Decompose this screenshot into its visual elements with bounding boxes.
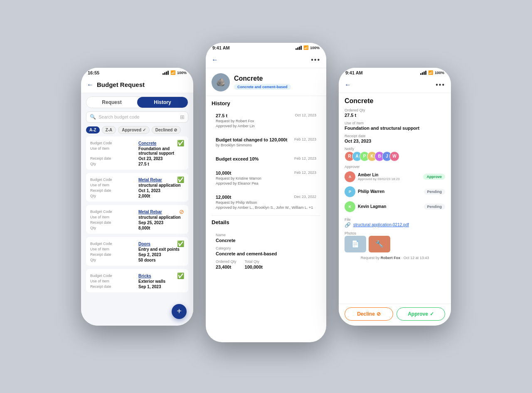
budget-item-rebar2: ⊘ Budget Code Metal Rebar Use of Item st… xyxy=(86,205,188,234)
tag-za[interactable]: Z-A xyxy=(102,126,116,134)
detail-name-val: Concrete xyxy=(216,238,316,243)
back-button-center[interactable]: ← xyxy=(212,56,218,64)
label-use-1: Use of Item xyxy=(90,146,136,156)
hist-sub2-1: Approved by Amber Lin xyxy=(216,124,316,128)
wifi-icon-c: 📶 xyxy=(303,45,308,50)
val-date-1: Oct 23, 2023 xyxy=(138,156,184,161)
tag-approved[interactable]: Approved ✓ xyxy=(118,126,149,134)
history-item-2: Budget total changed to 120,000t Feb 12,… xyxy=(212,134,320,151)
label-bc-1: Budget Code xyxy=(90,141,136,146)
hist-date-1: Oct 12, 2023 xyxy=(295,113,316,117)
action-bar: Decline ⊘ Approve ✓ xyxy=(339,304,451,326)
approver-row-3: K Kevin Lagman Pending xyxy=(345,199,445,214)
history-item-1: 27.5 t Oct 12, 2023 Request by Robert Fo… xyxy=(212,110,320,131)
label-bc-5: Budget Code xyxy=(90,274,136,278)
concrete-info: Concrete Concrete and cement-based xyxy=(234,75,291,90)
budget-item-bricks: ✅ Budget Code Bricks Use of Item Exterio… xyxy=(86,269,188,292)
detail-name-label: Name xyxy=(216,233,316,237)
tab-history[interactable]: History xyxy=(137,97,188,108)
right-title: Concrete xyxy=(345,97,445,105)
battery-icon: 100% xyxy=(177,71,187,75)
hist-amount-4: 10,000t xyxy=(216,171,231,175)
approve-button[interactable]: Approve ✓ xyxy=(397,307,445,321)
dots-menu-right[interactable]: ••• xyxy=(436,81,445,89)
approver-avatar-3: K xyxy=(345,201,355,212)
receipt-val-r: Oct 23, 2023 xyxy=(345,138,445,143)
signal-icon-c xyxy=(296,46,302,50)
tag-declined[interactable]: Declined ⊘ xyxy=(152,126,181,134)
label-date-4: Receipt date xyxy=(90,252,136,257)
decline-icon: ⊘ xyxy=(377,311,381,317)
history-item-3: Budget exceed 10% Feb 12, 2023 xyxy=(212,153,320,165)
details-card: Name Concrete Category Concrete and ceme… xyxy=(212,229,320,277)
val-date-3: Sep 25, 2023 xyxy=(138,220,184,225)
detail-cat-val: Concrete and cement-based xyxy=(216,251,316,256)
val-qty-4: 50 doors xyxy=(138,258,184,262)
approver-row-2: P Philip Warren Pending xyxy=(345,184,445,199)
history-item-5: 12,000t Dec 23, 2022 Request by Philip W… xyxy=(212,191,320,213)
history-item-4: 10,000t Feb 12, 2023 Request by Kristine… xyxy=(212,167,320,189)
page-title-left: Budget Request xyxy=(97,81,145,88)
approve-label: Approve xyxy=(408,311,428,317)
tag-az[interactable]: A-Z xyxy=(86,126,100,133)
file-name[interactable]: structural application-0212.pdf xyxy=(353,222,409,227)
status-icon-declined: ⊘ xyxy=(179,208,184,215)
status-icon-approved-2: ✅ xyxy=(177,176,184,183)
fab-add-button[interactable]: + xyxy=(172,304,187,319)
battery-icon-c: 100% xyxy=(310,46,320,50)
hist-date-3: Feb 12, 2023 xyxy=(294,156,316,161)
approver-name-2: Philip Warren xyxy=(358,189,384,194)
val-date-5: Sep 1, 2023 xyxy=(138,284,184,289)
request-by: Request by Robert Fox · Oct 12 at 13:43 xyxy=(345,256,445,260)
hist-amount-3: Budget exceed 10% xyxy=(216,156,259,161)
photos-row: 📄 🔧 xyxy=(345,236,445,252)
val-date-4: Sep 2, 2023 xyxy=(138,252,184,257)
hist-amount-2: Budget total changed to 120,000t xyxy=(216,137,287,142)
concrete-name: Concrete xyxy=(234,75,291,82)
approver-status-3: Pending xyxy=(424,204,446,210)
label-use-3: Use of Item xyxy=(90,215,136,220)
hist-date-5: Dec 23, 2022 xyxy=(294,195,316,199)
back-button-left[interactable]: ← xyxy=(87,81,94,89)
val-bc-3[interactable]: Metal Rebar xyxy=(138,210,184,214)
concrete-hero: 🪨 Concrete Concrete and cement-based xyxy=(206,68,326,96)
dots-menu-center[interactable]: ••• xyxy=(311,56,320,64)
status-icon-approved-4: ✅ xyxy=(177,272,184,279)
time-left: 16:55 xyxy=(88,70,99,75)
status-icons-center: 📶 100% xyxy=(296,45,320,50)
search-row: 🔍 Search budget code ⊞ xyxy=(86,111,188,123)
val-qty-2: 2,000t xyxy=(138,194,184,198)
label-date-2: Receipt date xyxy=(90,188,136,193)
hist-sub2-5: Approved by Amber L., Brooklyn S., John … xyxy=(216,205,316,210)
signal-icon-r xyxy=(420,71,426,75)
notify-label-r: Notify xyxy=(345,147,445,151)
header-right: ← ••• xyxy=(339,77,451,93)
approver-avatar-1: A xyxy=(345,171,355,182)
time-right: 9:41 AM xyxy=(345,70,363,75)
val-date-2: Oct 1, 2023 xyxy=(138,188,184,193)
back-button-right[interactable]: ← xyxy=(345,81,351,89)
wifi-icon-r: 📶 xyxy=(428,70,433,75)
ordered-qty-label: Ordered Qty xyxy=(216,260,236,264)
filter-icon[interactable]: ⊞ xyxy=(180,114,185,120)
status-icon-approved-3: ✅ xyxy=(177,240,184,247)
label-date-1: Receipt date xyxy=(90,156,136,161)
approver-info-1: Amber Lin Approved by 03/02/23 18:23 xyxy=(358,173,400,181)
use-val-r: Foundation and structural support xyxy=(345,126,445,131)
decline-button[interactable]: Decline ⊘ xyxy=(345,307,393,321)
status-bar-center: 9:41 AM 📶 100% xyxy=(206,43,326,52)
wifi-icon: 📶 xyxy=(170,70,175,75)
search-icon: 🔍 xyxy=(90,114,96,120)
label-use-2: Use of Item xyxy=(90,183,136,188)
approver-section: A Amber Lin Approved by 03/02/23 18:23 A… xyxy=(345,169,445,214)
search-input[interactable]: Search budget code xyxy=(99,114,177,119)
status-bar-right: 9:41 AM 📶 100% xyxy=(339,68,451,77)
qty-row: Ordered Qty 23,400t Total Qty 100,000t xyxy=(216,260,316,273)
details-section-title: Details xyxy=(212,219,320,225)
label-qty-2: Qty xyxy=(90,194,136,198)
label-bc-2: Budget Code xyxy=(90,178,136,182)
label-date-5: Receipt date xyxy=(90,284,136,289)
approver-sub-1: Approved by 03/02/23 18:23 xyxy=(358,177,400,181)
hist-amount-5: 12,000t xyxy=(216,195,231,200)
tab-request[interactable]: Request xyxy=(86,97,137,108)
